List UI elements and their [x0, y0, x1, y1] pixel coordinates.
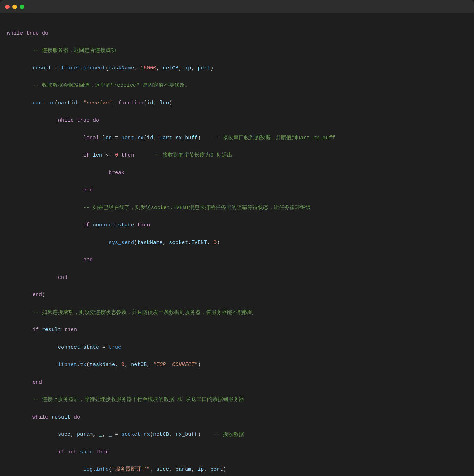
minimize-button[interactable]: [12, 5, 17, 9]
code-line-3: result = libnet.connect(taskName, 15000,…: [7, 64, 463, 73]
code-line-23: while result do: [7, 413, 463, 422]
code-line-8: if len <= 0 then -- 接收到的字节长度为0 则退出: [7, 151, 463, 160]
code-line-20: libnet.tx(taskName, 0, netCB, "TCP CONNE…: [7, 361, 463, 370]
code-line-16: end): [7, 291, 463, 300]
close-button[interactable]: [5, 5, 10, 9]
code-line-24: succ, param, _, _ = socket.rx(netCB, rx_…: [7, 431, 463, 439]
code-line-1: while true do: [7, 29, 463, 38]
code-line-26: log.info("服务器断开了", succ, param, ip, port…: [7, 465, 463, 474]
code-line-11: -- 如果已经在线了，则发送socket.EVENT消息来打断任务里的阻塞等待状…: [7, 204, 463, 213]
code-line-18: if result then: [7, 326, 463, 335]
code-editor[interactable]: while true do -- 连接服务器，返回是否连接成功 result =…: [0, 13, 474, 476]
code-line-19: connect_state = true: [7, 343, 463, 352]
titlebar: [0, 0, 474, 13]
code-line-12: if connect_state then: [7, 221, 463, 230]
code-line-21: end: [7, 378, 463, 387]
code-line-14: end: [7, 256, 463, 265]
code-line-22: -- 连接上服务器后，等待处理接收服务器下行至模块的数据 和 发送串口的数据到服…: [7, 396, 463, 404]
code-line-7: local len = uart.rx(id, uart_rx_buff) --…: [7, 134, 463, 143]
code-line-4: -- 收取数据会触发回调，这里的"receive" 是固定值不要修改。: [7, 81, 463, 90]
code-line-15: end: [7, 274, 463, 282]
code-line-9: break: [7, 169, 463, 178]
code-line-10: end: [7, 186, 463, 195]
code-line-25: if not succ then: [7, 448, 463, 457]
main-window: while true do -- 连接服务器，返回是否连接成功 result =…: [0, 0, 474, 476]
code-line-6: while true do: [7, 116, 463, 125]
code-line-5: uart.on(uartid, "receive", function(id, …: [7, 99, 463, 108]
code-line-17: -- 如果连接成功，则改变连接状态参数，并且随便发一条数据到服务器，看服务器能不…: [7, 309, 463, 317]
code-line-2: -- 连接服务器，返回是否连接成功: [7, 47, 463, 55]
code-line-13: sys_send(taskName, socket.EVENT, 0): [7, 239, 463, 248]
maximize-button[interactable]: [20, 5, 24, 9]
